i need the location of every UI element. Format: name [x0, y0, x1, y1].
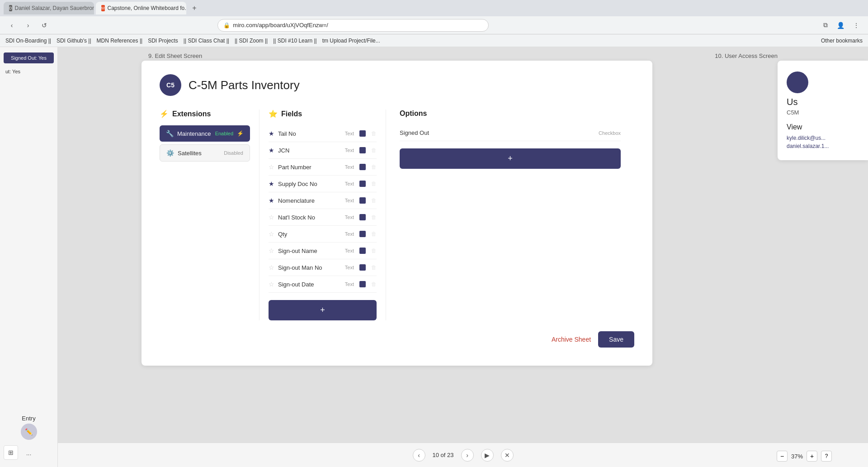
field-star-5[interactable]: ☆: [269, 214, 274, 221]
field-type-0: Text: [345, 131, 354, 136]
forward-button[interactable]: ›: [22, 19, 34, 32]
field-type-2: Text: [345, 164, 354, 170]
field-checkbox-2[interactable]: [359, 164, 366, 170]
bookmark-class-chat[interactable]: || SDI Class Chat ||: [184, 38, 229, 44]
field-checkbox-1[interactable]: [359, 147, 366, 153]
left-sidebar: Signed Out: Yes ut: Yes ··· Entry ✏️ ⊞: [0, 47, 58, 467]
field-star-0[interactable]: ★: [269, 130, 274, 137]
new-tab-button[interactable]: +: [188, 2, 201, 14]
close-button[interactable]: ✕: [501, 449, 514, 462]
field-star-1[interactable]: ★: [269, 147, 274, 154]
option-signedout-type: Checkbox: [599, 130, 621, 136]
add-field-button[interactable]: +: [269, 300, 377, 320]
url-text: miro.com/app/board/uXjVOqfEnzw=/: [233, 22, 328, 29]
field-star-8[interactable]: ☆: [269, 264, 274, 271]
bottom-bar: ‹ 10 of 23 › ▶ ✕: [58, 443, 868, 467]
field-delete-9[interactable]: 🗑: [371, 281, 377, 287]
field-checkbox-5[interactable]: [359, 214, 366, 220]
help-button[interactable]: ?: [821, 451, 832, 462]
field-type-7: Text: [345, 248, 354, 253]
field-star-2[interactable]: ☆: [269, 163, 274, 171]
field-row-3: ★Supply Doc NoText🗑: [269, 176, 377, 192]
field-star-4[interactable]: ★: [269, 197, 274, 204]
play-button[interactable]: ▶: [481, 449, 494, 462]
signed-out-badge[interactable]: Signed Out: Yes: [4, 52, 54, 63]
field-checkbox-0[interactable]: [359, 130, 366, 137]
field-delete-2[interactable]: 🗑: [371, 164, 377, 170]
field-delete-7[interactable]: 🗑: [371, 248, 377, 254]
field-type-6: Text: [345, 231, 354, 237]
field-row-6: ☆QtyText🗑: [269, 226, 377, 243]
field-type-9: Text: [345, 281, 354, 287]
zoom-out-button[interactable]: −: [777, 451, 788, 462]
field-row-0: ★Tail NoText🗑: [269, 125, 377, 142]
field-row-9: ☆Sign-out DateText🗑: [269, 276, 377, 293]
field-star-6[interactable]: ☆: [269, 230, 274, 238]
field-star-3[interactable]: ★: [269, 180, 274, 187]
bookmark-sdi-github[interactable]: SDI Github's ||: [57, 38, 91, 44]
entry-label: Entry: [21, 415, 37, 422]
main-card: C5 C-5M Parts Inventory ⚡ Extensions 🔧 M…: [142, 61, 652, 366]
entry-edit-button[interactable]: ✏️: [21, 424, 37, 440]
field-checkbox-7[interactable]: [359, 248, 366, 254]
save-button[interactable]: Save: [598, 331, 634, 348]
bookmark-upload[interactable]: tm Upload Project/File...: [322, 38, 380, 44]
bookmark-sdi-onboarding[interactable]: SDI On-Boarding ||: [5, 38, 51, 44]
bookmark-sdi-projects[interactable]: SDI Projects: [148, 38, 178, 44]
back-button[interactable]: ‹: [5, 19, 18, 32]
bookmark-learn[interactable]: || SDI #10 Learn ||: [273, 38, 317, 44]
bookmark-other[interactable]: Other bookmarks: [821, 38, 863, 44]
field-row-1: ★JCNText🗑: [269, 142, 377, 159]
tab1-favicon: D: [9, 5, 12, 11]
field-star-9[interactable]: ☆: [269, 281, 274, 288]
option-row-signedout: Signed Out Checkbox: [400, 125, 621, 141]
next-page-button[interactable]: ›: [461, 449, 474, 462]
tab-2[interactable]: M Capstone, Online Whiteboard fo... ✕: [96, 2, 186, 14]
field-delete-0[interactable]: 🗑: [371, 130, 377, 137]
field-delete-5[interactable]: 🗑: [371, 214, 377, 220]
archive-sheet-button[interactable]: Archive Sheet: [552, 336, 591, 343]
fields-label: Fields: [281, 110, 302, 118]
more-options-button[interactable]: ···: [26, 451, 32, 458]
field-checkbox-8[interactable]: [359, 264, 366, 271]
field-delete-1[interactable]: 🗑: [371, 147, 377, 153]
field-name-5: Nat'l Stock No: [278, 214, 341, 221]
field-delete-3[interactable]: 🗑: [371, 181, 377, 187]
extension-item-satellites[interactable]: ⚙️ Satellites Disabled: [160, 144, 250, 162]
field-delete-4[interactable]: 🗑: [371, 197, 377, 204]
field-checkbox-4[interactable]: [359, 197, 366, 204]
field-name-7: Sign-out Name: [278, 248, 341, 254]
columns: ⚡ Extensions 🔧 Maintenance Enabled ⚡ ⚙️ …: [160, 110, 634, 320]
url-bar[interactable]: 🔒 miro.com/app/board/uXjVOqfEnzw=/: [217, 19, 489, 32]
bookmark-zoom[interactable]: || SDI Zoom ||: [235, 38, 268, 44]
reload-button[interactable]: ↺: [38, 19, 51, 32]
profile-button[interactable]: 👤: [835, 19, 847, 32]
bookmark-mdn[interactable]: MDN References ||: [97, 38, 143, 44]
star-header-icon: ⭐: [269, 110, 278, 118]
field-name-1: JCN: [278, 147, 341, 154]
menu-button[interactable]: ⋮: [850, 19, 863, 32]
option-signedout-name: Signed Out: [400, 129, 429, 136]
extensions-header: ⚡ Extensions: [160, 110, 250, 118]
sidebar-grid-icon[interactable]: ⊞: [4, 445, 18, 460]
field-checkbox-3[interactable]: [359, 181, 366, 187]
tab-1[interactable]: D Daniel Salazar, Dayan Sauerbron... ✕: [4, 2, 94, 14]
field-star-7[interactable]: ☆: [269, 247, 274, 254]
extension-item-maintenance[interactable]: 🔧 Maintenance Enabled ⚡: [160, 125, 250, 142]
canvas-area: 9. Edit Sheet Screen 10. User Access Scr…: [58, 47, 868, 467]
field-checkbox-6[interactable]: [359, 231, 366, 237]
fields-column: ⭐ Fields ★Tail NoText🗑★JCNText🗑☆Part Num…: [259, 110, 386, 320]
field-delete-8[interactable]: 🗑: [371, 264, 377, 271]
field-name-2: Part Number: [278, 164, 341, 171]
field-name-9: Sign-out Date: [278, 281, 341, 288]
field-delete-6[interactable]: 🗑: [371, 231, 377, 237]
extensions-button[interactable]: ⧉: [819, 19, 832, 32]
field-type-8: Text: [345, 265, 354, 270]
field-checkbox-9[interactable]: [359, 281, 366, 287]
prev-page-button[interactable]: ‹: [413, 449, 425, 462]
address-bar: ‹ › ↺ 🔒 miro.com/app/board/uXjVOqfEnzw=/…: [0, 16, 868, 34]
add-option-button[interactable]: +: [400, 148, 621, 169]
zoom-in-button[interactable]: +: [807, 451, 817, 462]
right-panel-subtitle: C5M: [787, 109, 859, 116]
bookmarks-bar: SDI On-Boarding || SDI Github's || MDN R…: [0, 34, 868, 47]
